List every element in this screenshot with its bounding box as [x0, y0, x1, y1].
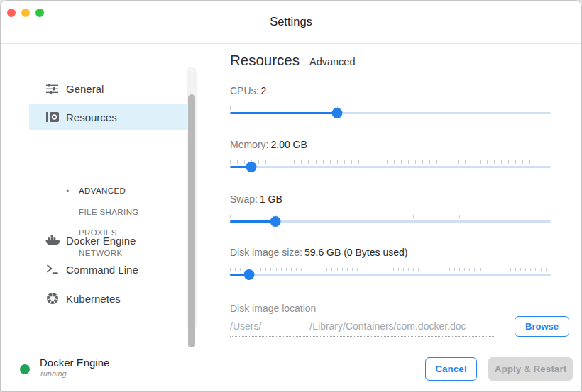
slider-handle[interactable] — [331, 108, 342, 118]
slider-track[interactable] — [230, 112, 551, 114]
disk-location-label: Disk image location — [230, 303, 551, 314]
sidebar-subitem-label: ADVANCED — [79, 186, 126, 195]
resources-icon — [40, 111, 65, 123]
sidebar-scrollbar-thumb[interactable] — [188, 94, 195, 348]
slider-handle[interactable] — [270, 216, 281, 227]
slider-track[interactable] — [230, 166, 551, 168]
slider-ticks — [230, 160, 551, 164]
engine-status: running — [40, 369, 67, 378]
tune-icon — [40, 84, 65, 94]
sidebar-item-kubernetes[interactable]: Kubernetes — [29, 287, 187, 310]
disk-size-section: Disk image size:59.6 GB (0 Bytes used) — [230, 247, 551, 282]
engine-name: Docker Engine — [40, 357, 109, 369]
sidebar-item-label: Docker Engine — [66, 235, 136, 247]
sidebar-item-command-line[interactable]: Command Line — [29, 258, 187, 281]
sidebar-subitem-advanced[interactable]: • ADVANCED — [66, 184, 126, 197]
cpus-value: 2 — [260, 85, 266, 96]
window-title: Settings — [1, 15, 581, 28]
sidebar-scrollbar-track[interactable] — [187, 67, 197, 330]
whale-icon — [40, 235, 65, 246]
sidebar-subitem-label: FILE SHARING — [79, 208, 139, 216]
cpus-section: CPUs:2 — [230, 85, 551, 121]
swap-value: 1 GB — [260, 194, 282, 205]
cpus-label-row: CPUs:2 — [230, 85, 551, 96]
page-title: Resources — [230, 52, 300, 69]
sidebar-item-label: General — [66, 83, 104, 95]
memory-section: Memory:2.00 GB — [230, 139, 551, 174]
sidebar-item-label: Kubernetes — [66, 293, 121, 305]
sidebar-item-docker-engine[interactable]: Docker Engine — [29, 229, 187, 252]
disk-location-row: /Users/ /Library/Containers/com.docker.d… — [230, 316, 569, 337]
disk-size-label-row: Disk image size:59.6 GB (0 Bytes used) — [230, 247, 551, 258]
disk-location-path[interactable]: /Users/ /Library/Containers/com.docker.d… — [230, 316, 495, 337]
swap-section: Swap:1 GB — [230, 194, 551, 229]
slider-track[interactable] — [230, 274, 551, 276]
disk-size-slider[interactable] — [230, 268, 551, 282]
path-prefix: /Users/ — [230, 320, 261, 332]
footer-bar: Docker Engine running Cancel Apply & Res… — [1, 347, 581, 391]
memory-slider[interactable] — [230, 160, 551, 174]
sidebar-item-label: Resources — [66, 111, 117, 123]
swap-label-row: Swap:1 GB — [230, 194, 551, 205]
terminal-icon — [40, 264, 65, 274]
slider-fill — [230, 112, 337, 114]
slider-fill — [230, 220, 275, 223]
settings-window: Settings General Resources — [0, 0, 582, 392]
apply-restart-button[interactable]: Apply & Restart — [488, 357, 573, 381]
disk-location-section: Disk image location — [230, 303, 551, 314]
memory-value: 2.00 GB — [270, 139, 307, 150]
browse-button[interactable]: Browse — [515, 316, 569, 337]
sidebar-item-resources[interactable]: Resources — [29, 104, 187, 130]
page-subtitle: Advanced — [309, 56, 356, 67]
kubernetes-icon — [40, 292, 65, 305]
slider-handle[interactable] — [244, 269, 255, 280]
disk-size-label: Disk image size: — [230, 247, 302, 258]
swap-slider[interactable] — [230, 215, 551, 229]
swap-label: Swap: — [230, 194, 258, 205]
cpus-slider[interactable] — [230, 106, 551, 121]
sidebar-item-label: Command Line — [66, 264, 138, 276]
sidebar-subitem-file-sharing[interactable]: FILE SHARING — [79, 206, 139, 218]
slider-ticks — [230, 268, 551, 272]
engine-status-icon — [20, 364, 30, 374]
cancel-button[interactable]: Cancel — [425, 357, 477, 381]
title-bar: Settings — [1, 1, 581, 44]
disk-size-value: 59.6 GB (0 Bytes used) — [304, 247, 408, 258]
memory-label-row: Memory:2.00 GB — [230, 139, 551, 150]
main-panel: Resources Advanced CPUs:2 Memory:2.00 GB… — [197, 44, 581, 347]
sidebar: General Resources • ADVANCED FILE SHARIN… — [1, 44, 197, 347]
memory-label: Memory: — [230, 139, 268, 150]
path-suffix: /Library/Containers/com.docker.doc — [309, 320, 466, 332]
active-bullet-icon: • — [66, 186, 79, 196]
slider-handle[interactable] — [246, 162, 257, 172]
sidebar-item-general[interactable]: General — [29, 77, 187, 100]
page-heading: Resources Advanced — [230, 52, 356, 69]
slider-ticks — [230, 106, 551, 111]
cpus-label: CPUs: — [230, 85, 258, 96]
